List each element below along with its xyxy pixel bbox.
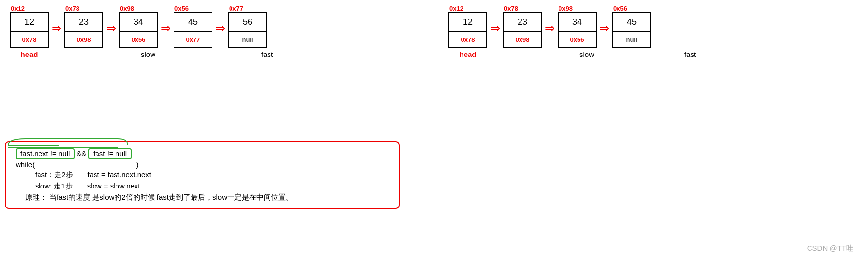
node-2-left-box: 23 0x98 <box>64 12 103 48</box>
arrow-3-left: ⇒ <box>158 21 174 35</box>
arrow-3-right: ⇒ <box>597 21 612 35</box>
code-line2-code: slow = slow.next <box>87 182 140 191</box>
arrow-2-right: ⇒ <box>542 21 558 35</box>
node-1-left: 0x12 12 0x78 <box>10 5 49 48</box>
node-4-right-fast-label: fast <box>684 50 696 58</box>
node-1-left-next: 0x78 <box>11 32 48 47</box>
code-principle-line: 原理： 当fast的速度 是slow的2倍的时候 fast走到了最后，slow一… <box>25 193 389 202</box>
node-2-right-box: 23 0x98 <box>503 12 542 48</box>
node-1-left-label: head <box>20 50 38 58</box>
node-4-right-val: 45 <box>613 13 650 32</box>
node-2-left-addr: 0x78 <box>65 5 79 12</box>
node-5-left-box: 56 null <box>228 12 267 48</box>
node-1-right-addr: 0x12 <box>449 5 463 12</box>
arrow-2-left: ⇒ <box>103 21 119 35</box>
code-condition-line: fast.next != null && fast != null <box>16 148 389 159</box>
node-3-left-val: 34 <box>120 13 157 32</box>
node-5-left-next: null <box>229 32 266 47</box>
node-5-left-val: 56 <box>229 13 266 32</box>
node-3-right-addr: 0x98 <box>559 5 573 12</box>
code-condition2: fast != null <box>88 148 132 159</box>
arrow-1-right: ⇒ <box>487 21 503 35</box>
node-1-right-box: 12 0x78 <box>448 12 487 48</box>
node-1-left-box: 12 0x78 <box>10 12 49 48</box>
node-4-left-addr: 0x56 <box>174 5 189 12</box>
node-3-left: 0x98 34 0x56 <box>119 5 158 48</box>
code-condition1: fast.next != null <box>16 148 75 159</box>
node-5-left-label: fast <box>261 50 273 58</box>
code-line1-code: fast = fast.next.next <box>88 170 152 180</box>
arrow-1-left: ⇒ <box>49 21 64 35</box>
node-3-left-label: slow <box>141 50 155 58</box>
node-4-right: 0x56 45 null <box>612 5 651 48</box>
node-2-right-val: 23 <box>504 13 541 32</box>
code-fast-line: fast：走2步 fast = fast.next.next <box>35 170 389 180</box>
arrow-4-left: ⇒ <box>212 21 228 35</box>
code-line1-label: fast：走2步 <box>35 170 73 180</box>
node-4-left-next: 0x77 <box>174 32 212 47</box>
node-1-right-label: head <box>459 50 476 58</box>
node-3-right-box: 34 0x56 <box>558 12 597 48</box>
node-2-left-next: 0x98 <box>65 32 102 47</box>
code-while-line: while( ) <box>16 160 389 169</box>
node-2-right-addr: 0x78 <box>504 5 518 12</box>
code-line2-label: slow: 走1步 <box>35 182 73 191</box>
node-3-right-val: 34 <box>559 13 596 32</box>
node-3-left-box: 34 0x56 <box>119 12 158 48</box>
node-1-right: 0x12 12 0x78 <box>448 5 487 48</box>
node-3-left-next: 0x56 <box>120 32 157 47</box>
node-5-left: 0x77 56 null <box>228 5 267 48</box>
node-1-left-addr: 0x12 <box>11 5 25 12</box>
node-3-right-next: 0x56 <box>559 32 596 47</box>
node-2-right: 0x78 23 0x98 <box>503 5 542 48</box>
node-1-left-val: 12 <box>11 13 48 32</box>
node-4-left-box: 45 0x77 <box>174 12 212 48</box>
node-1-right-next: 0x78 <box>449 32 486 47</box>
node-3-right: 0x98 34 0x56 <box>558 5 597 48</box>
node-2-left: 0x78 23 0x98 <box>64 5 103 48</box>
node-4-left: 0x56 45 0x77 <box>174 5 212 48</box>
node-2-right-next: 0x98 <box>504 32 541 47</box>
code-slow-line: slow: 走1步 slow = slow.next <box>35 182 389 191</box>
node-5-left-addr: 0x77 <box>229 5 243 12</box>
node-4-right-next: null <box>613 32 650 47</box>
node-4-left-val: 45 <box>174 13 212 32</box>
code-principle-label: 原理： <box>25 193 47 202</box>
node-3-right-label: slow <box>579 50 594 58</box>
csdn-watermark: CSDN @TT哇 <box>807 244 853 253</box>
code-while-start: while( <box>16 160 35 169</box>
code-principle-text: 当fast的速度 是slow的2倍的时候 fast走到了最后，slow一定是在中… <box>49 193 293 202</box>
code-operator: && <box>77 150 86 158</box>
node-4-right-addr: 0x56 <box>613 5 627 12</box>
node-3-left-addr: 0x98 <box>120 5 134 12</box>
node-4-right-box: 45 null <box>612 12 651 48</box>
node-2-left-val: 23 <box>65 13 102 32</box>
code-box: fast.next != null && fast != null while(… <box>5 141 400 209</box>
code-while-end: ) <box>136 160 139 169</box>
node-1-right-val: 12 <box>449 13 486 32</box>
